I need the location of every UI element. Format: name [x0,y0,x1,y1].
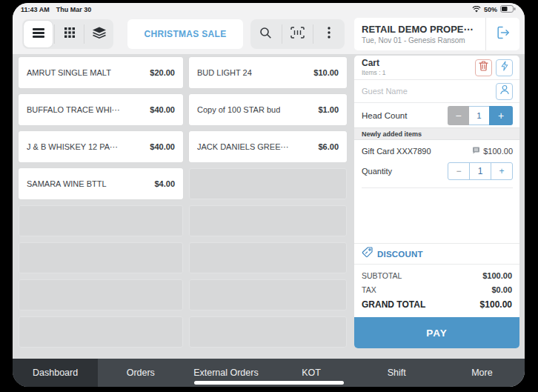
totals-label: GRAND TOTAL [362,299,425,310]
product-tile[interactable]: BUD LIGHT 24$10.00 [189,57,347,88]
totals-section: SUBTOTAL$100.00TAX$0.00GRAND TOTAL$100.0… [354,264,519,317]
quantity-minus-button[interactable]: − [448,163,469,179]
product-tile[interactable]: AMRUT SINGLE MALT$20.00 [19,57,183,88]
product-tile[interactable]: J & B WHISKEY 12 PA⋯$40.00 [19,131,183,162]
newly-added-items-header: Newly added items [354,127,519,140]
empty-product-slot [189,279,347,310]
product-price: $1.00 [318,105,339,114]
product-name: Copy of 100 STAR bud [197,105,280,114]
product-price: $6.00 [318,142,339,151]
note-icon[interactable] [472,147,480,156]
empty-product-slot [189,316,347,348]
layers-icon [92,27,107,42]
pay-button[interactable]: PAY [354,317,519,348]
empty-product-slot [189,242,347,273]
home-indicator[interactable] [194,381,344,385]
line-item-name: Gift Card XXX7890 [362,147,431,156]
product-tile[interactable]: BUFFALO TRACE WHI⋯$40.00 [19,94,183,125]
product-name: JACK DANIELS GREE⋯ [197,142,288,152]
cart-panel: Cart Items : 1 Head Count − 1 [354,56,519,348]
totals-row: GRAND TOTAL$100.00 [362,296,512,313]
select-customer-button[interactable] [496,83,513,100]
head-count-stepper: − 1 + [448,106,513,125]
product-name: J & B WHISKEY 12 PA⋯ [27,142,118,152]
quantity-plus-button[interactable]: + [491,163,512,179]
cart-header: Cart Items : 1 [354,56,519,80]
totals-label: TAX [362,285,376,294]
discount-label: DISCOUNT [377,250,423,259]
product-tile[interactable]: SAMARA WINE BTTL$4.00 [19,168,183,199]
guest-name-input[interactable] [362,87,465,96]
list-view-button[interactable] [24,21,53,47]
more-vertical-icon [328,27,331,41]
cart-empty-space [354,188,519,243]
nav-tab-orders[interactable]: Orders [98,359,183,387]
nav-tab-dashboard[interactable]: Dashboard [13,359,98,387]
trash-icon [479,61,488,74]
discount-tag-icon [362,247,373,261]
toolbar-actions-group [250,19,345,49]
product-price: $4.00 [154,179,175,188]
totals-value: $100.00 [480,299,512,310]
store-header: RETAIL DEMO PROPE⋯ Tue, Nov 01 - Genesis… [354,18,519,50]
product-grid: AMRUT SINGLE MALT$20.00BUD LIGHT 24$10.0… [19,57,347,348]
totals-value: $0.00 [491,285,512,294]
view-toggle-group [22,19,113,49]
totals-value: $100.00 [482,271,512,280]
logout-icon [494,24,512,44]
status-date: Thu Mar 30 [56,6,92,13]
battery-icon [500,5,516,14]
logout-button[interactable] [485,18,519,50]
more-options-button[interactable] [313,19,345,49]
store-shift-info: Tue, Nov 01 - Genesis Ransom [362,36,485,44]
head-count-minus-button[interactable]: − [448,106,469,125]
wifi-icon [472,6,481,14]
totals-label: SUBTOTAL [362,271,402,280]
cart-items-count: Items : 1 [362,69,386,76]
guest-name-row [354,80,519,103]
product-name: BUD LIGHT 24 [197,68,252,77]
head-count-label: Head Count [362,111,407,120]
empty-product-slot [19,279,183,310]
quantity-label: Quantity [362,167,392,176]
store-selector[interactable]: RETAIL DEMO PROPE⋯ Tue, Nov 01 - Genesis… [354,18,485,50]
quantity-stepper: − 1 + [448,162,513,180]
product-price: $20.00 [150,68,175,77]
empty-product-slot [189,205,347,236]
search-button[interactable] [250,19,282,49]
cart-line-item: Gift Card XXX7890 $100.00 Quantity − 1 + [354,140,519,188]
discount-button[interactable]: DISCOUNT [354,243,519,264]
product-name: AMRUT SINGLE MALT [27,68,111,77]
head-count-value: 1 [469,106,489,125]
cart-title: Cart [362,59,386,67]
totals-row: SUBTOTAL$100.00 [362,268,512,282]
search-icon [259,27,272,42]
product-price: $10.00 [313,68,339,77]
app-screen: 11:43 AM Thu Mar 30 50% CHRISTMAS SALE [13,3,525,387]
category-sale-button[interactable]: CHRISTMAS SALE [127,19,243,49]
list-view-icon [33,27,44,41]
product-price: $40.00 [150,142,175,151]
product-name: BUFFALO TRACE WHI⋯ [27,105,120,115]
barcode-scan-button[interactable] [282,19,313,49]
empty-product-slot [189,168,347,199]
grid-view-button[interactable] [55,19,84,49]
quick-actions-button[interactable] [496,59,513,76]
battery-percent: 50% [484,6,497,13]
nav-tab-more[interactable]: More [439,359,525,387]
layers-button[interactable] [84,19,113,49]
store-name: RETAIL DEMO PROPE⋯ [362,24,485,35]
head-count-plus-button[interactable]: + [489,106,513,125]
nav-tab-shift[interactable]: Shift [354,359,439,387]
clear-cart-button[interactable] [475,59,492,76]
grid-view-icon [64,27,75,41]
product-tile[interactable]: Copy of 100 STAR bud$1.00 [189,94,347,125]
lightning-icon [501,61,508,74]
product-tile[interactable]: JACK DANIELS GREE⋯$6.00 [189,131,347,162]
product-price: $40.00 [150,105,175,114]
totals-row: TAX$0.00 [362,282,512,296]
status-bar: 11:43 AM Thu Mar 30 50% [13,3,525,16]
empty-product-slot [19,205,183,236]
empty-product-slot [19,316,183,348]
status-time: 11:43 AM [21,6,50,13]
